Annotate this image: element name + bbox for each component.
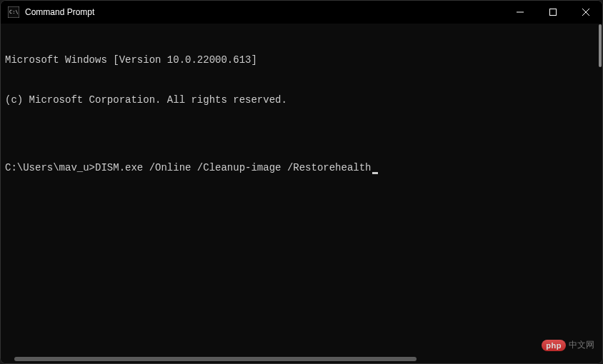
svg-text:C:\: C:\ bbox=[9, 9, 19, 15]
maximize-button[interactable] bbox=[537, 1, 569, 24]
window-controls bbox=[504, 1, 602, 24]
horizontal-scrollbar[interactable] bbox=[14, 357, 589, 361]
watermark: php 中文网 bbox=[542, 339, 594, 351]
maximize-icon bbox=[549, 9, 557, 16]
terminal-output[interactable]: Microsoft Windows [Version 10.0.22000.61… bbox=[1, 24, 602, 363]
watermark-text: 中文网 bbox=[569, 339, 594, 351]
command-prompt-window: C:\ Command Prompt Micr bbox=[0, 0, 603, 364]
titlebar[interactable]: C:\ Command Prompt bbox=[1, 1, 602, 24]
svg-rect-3 bbox=[550, 9, 557, 16]
command-text: DISM.exe /Online /Cleanup-image /Restore… bbox=[95, 162, 371, 173]
vertical-scrollbar[interactable] bbox=[599, 24, 602, 67]
cmd-icon: C:\ bbox=[8, 6, 19, 18]
terminal-prompt-line: C:\Users\mav_u>DISM.exe /Online /Cleanup… bbox=[5, 161, 598, 175]
cursor bbox=[372, 172, 378, 174]
window-title: Command Prompt bbox=[25, 7, 504, 17]
prompt-text: C:\Users\mav_u> bbox=[5, 162, 95, 173]
terminal-line: (c) Microsoft Corporation. All rights re… bbox=[5, 93, 598, 107]
close-button[interactable] bbox=[569, 1, 602, 24]
watermark-badge: php bbox=[542, 340, 566, 351]
close-icon bbox=[582, 9, 589, 16]
minimize-button[interactable] bbox=[504, 1, 537, 24]
terminal-line: Microsoft Windows [Version 10.0.22000.61… bbox=[5, 54, 598, 67]
minimize-icon bbox=[517, 9, 524, 16]
horizontal-scrollbar-thumb[interactable] bbox=[14, 357, 417, 361]
